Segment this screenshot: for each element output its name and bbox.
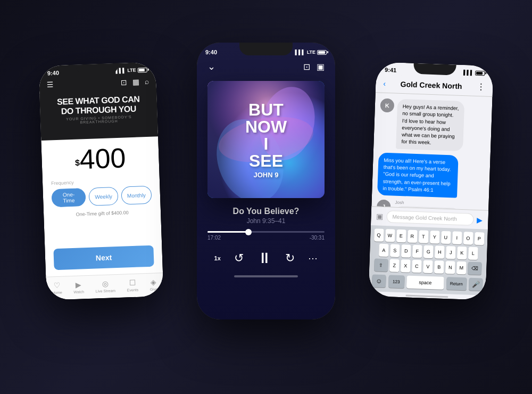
phone-left: 9:40 ▌▌▌ LTE ☰ ⊡: [38, 62, 163, 300]
chevron-down-icon[interactable]: ⌄: [207, 61, 215, 72]
chat-title: Gold Creek North: [400, 79, 462, 90]
keyboard-row-3: ⇧ Z X C V B N M ⌫: [370, 258, 486, 275]
phone-right-screen: 9:41 ▌▌▌ ‹ Gold Creek North ⋮: [368, 62, 493, 300]
current-time: 17:02: [207, 235, 221, 241]
home-indicator-center: [234, 275, 298, 277]
key-o[interactable]: O: [463, 232, 473, 245]
keyboard-row-2: A S D F G H J K L: [371, 243, 486, 260]
hero-section: SEE WHAT GOD CAN DO THROUGH YOU YOUR GIV…: [39, 89, 158, 134]
keyboard: Q W E R T Y U I O P A S: [369, 225, 488, 296]
nav-home-label: Home: [52, 291, 62, 295]
nav-livestream[interactable]: ◎ Live Stream: [95, 279, 115, 293]
forward-button[interactable]: ↻: [285, 251, 295, 265]
frequency-buttons: One-Time Weekly Monthly: [51, 186, 152, 208]
bubble-2-wrapper: Miss you all! Here's a verse that's been…: [377, 152, 485, 199]
cast-icon[interactable]: ⊡: [120, 78, 127, 86]
progress-bar[interactable]: [207, 231, 325, 233]
search-icon[interactable]: ⌕: [144, 77, 149, 86]
player-header: ⌄ ⊡ ▣: [197, 58, 335, 76]
center-battery-icon: [317, 50, 327, 55]
key-m[interactable]: M: [456, 261, 467, 275]
nav-livestream-label: Live Stream: [96, 289, 116, 293]
progress-fill: [207, 231, 248, 233]
track-info: Do You Believe? John 9:35–41: [197, 207, 335, 225]
message-row-1: K Hey guys! As a reminder, no small grou…: [379, 98, 487, 152]
nav-watch[interactable]: ▶ Watch: [73, 280, 84, 294]
key-i[interactable]: I: [452, 231, 462, 244]
key-space[interactable]: space: [406, 276, 444, 290]
center-player-screen: 9:40 ▌▌▌ LTE ⌄ ⊡ ▣: [197, 43, 335, 319]
key-h[interactable]: H: [435, 245, 445, 259]
center-lte-icon: LTE: [307, 50, 315, 55]
key-a[interactable]: A: [379, 244, 389, 257]
more-options-icon[interactable]: ⋮: [477, 81, 486, 92]
speed-button[interactable]: 1x: [214, 255, 221, 261]
key-123[interactable]: 123: [388, 275, 404, 288]
key-shift[interactable]: ⇧: [374, 258, 388, 272]
right-wifi-icon: ▌▌▌: [463, 70, 473, 76]
keyboard-bottom-row: ☺ 123 space Return 🎤: [370, 273, 485, 292]
key-y[interactable]: Y: [429, 231, 439, 244]
center-status-icons: ▌▌▌ LTE: [295, 50, 327, 55]
key-j[interactable]: J: [446, 246, 456, 259]
key-v[interactable]: V: [423, 260, 433, 274]
key-p[interactable]: P: [474, 232, 484, 245]
menu-icon[interactable]: ☰: [46, 80, 54, 89]
image-attach-icon[interactable]: ▣: [376, 212, 384, 220]
bubble-2: Miss you all! Here's a verse that's been…: [377, 152, 459, 198]
pause-button[interactable]: ⏸: [257, 249, 272, 267]
key-q[interactable]: Q: [373, 228, 384, 242]
more-button[interactable]: ⋯: [308, 252, 318, 264]
key-return[interactable]: Return: [446, 277, 467, 290]
right-messaging-screen: 9:41 ▌▌▌ ‹ Gold Creek North ⋮: [368, 62, 493, 300]
home-icon: ♡: [53, 281, 61, 290]
nav-events[interactable]: ☐ Events: [127, 278, 138, 292]
nav-home[interactable]: ♡ Home: [52, 281, 62, 295]
queue-icon[interactable]: ▣: [317, 62, 325, 72]
chart-icon[interactable]: ▦: [132, 77, 139, 86]
send-icon[interactable]: ▶: [477, 216, 483, 224]
amount-value: 400: [79, 143, 127, 175]
key-r[interactable]: R: [407, 230, 417, 243]
album-art: BUT NOW I SEE John 9: [207, 81, 325, 198]
key-delete[interactable]: ⌫: [468, 262, 482, 275]
key-t[interactable]: T: [418, 230, 428, 243]
key-k[interactable]: K: [457, 247, 467, 260]
center-time: 9:40: [205, 49, 217, 55]
right-status-icons: ▌▌▌: [463, 70, 485, 76]
key-e[interactable]: E: [396, 229, 406, 243]
album-line3: I: [264, 135, 269, 152]
rewind-button[interactable]: ↺: [234, 251, 244, 265]
key-s[interactable]: S: [390, 244, 400, 257]
key-f[interactable]: F: [412, 245, 422, 258]
key-z[interactable]: Z: [389, 259, 400, 272]
key-l[interactable]: L: [468, 247, 478, 260]
key-b[interactable]: B: [434, 260, 444, 274]
key-g[interactable]: G: [423, 245, 434, 259]
key-mic[interactable]: 🎤: [469, 278, 483, 291]
key-emoji[interactable]: ☺: [372, 274, 386, 288]
progress-container: 17:02 -30:31: [197, 231, 335, 241]
back-icon[interactable]: ‹: [383, 79, 386, 87]
left-time: 9:40: [47, 70, 59, 77]
airplay-icon[interactable]: ⊡: [303, 62, 310, 72]
key-c[interactable]: C: [412, 260, 422, 273]
freq-weekly[interactable]: Weekly: [89, 187, 119, 206]
phone-left-screen: 9:40 ▌▌▌ LTE ☰ ⊡: [38, 62, 163, 300]
nav-give-label: Give: [150, 287, 158, 291]
key-d[interactable]: D: [401, 244, 411, 258]
next-button[interactable]: Next: [53, 245, 154, 270]
hero-subtitle: YOUR GIVING • SOMEBODY'S BREAKTHROUGH: [49, 114, 149, 126]
key-u[interactable]: U: [440, 231, 451, 244]
key-w[interactable]: W: [385, 229, 395, 242]
nav-events-label: Events: [127, 288, 139, 292]
nav-give[interactable]: ◈ Give: [149, 277, 157, 291]
notch-center: [239, 43, 293, 55]
key-n[interactable]: N: [445, 261, 455, 274]
freq-onetime[interactable]: One-Time: [51, 188, 86, 207]
left-status-icons: ▌▌▌ LTE: [115, 67, 147, 73]
message-input[interactable]: Message Gold Creek North: [386, 210, 474, 226]
notch-right: [413, 63, 456, 76]
freq-monthly[interactable]: Monthly: [121, 186, 152, 205]
key-x[interactable]: X: [401, 259, 411, 273]
